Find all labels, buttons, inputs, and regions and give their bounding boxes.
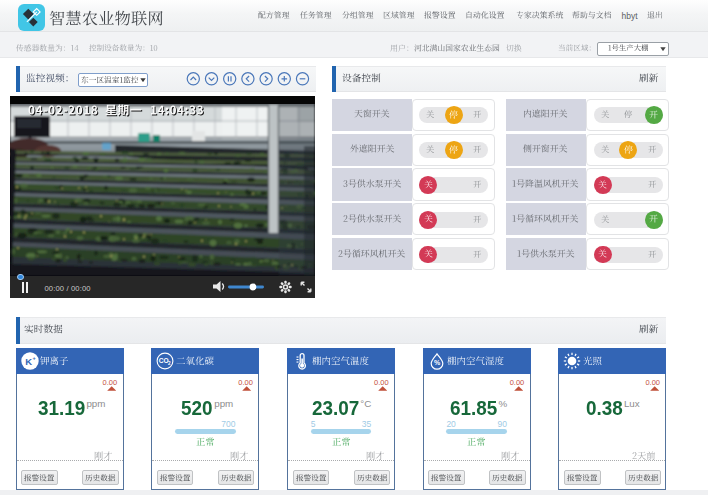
svg-text:K: K — [25, 356, 32, 367]
svg-text:CO: CO — [159, 358, 169, 365]
svg-text:%: % — [433, 359, 440, 366]
svg-text:+: + — [32, 355, 35, 361]
svg-text:2: 2 — [168, 361, 171, 366]
